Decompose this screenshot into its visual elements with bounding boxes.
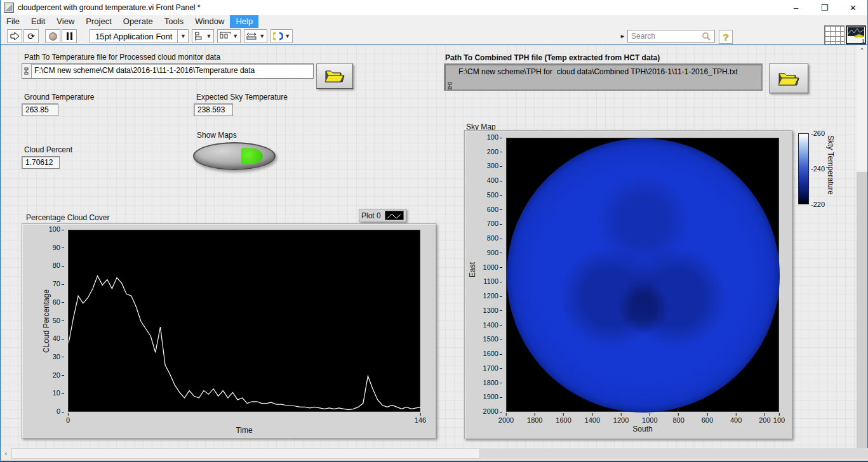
horizontal-scroll-thumb[interactable] — [11, 448, 480, 459]
resize-objects-icon — [246, 32, 258, 41]
scroll-left-icon[interactable]: ‹ — [1, 448, 11, 459]
cloud-x-tick: 146 — [415, 413, 426, 424]
sky-y-tick: 800 — [487, 234, 502, 242]
labview-window: cloudpercent with ground temperature.vi … — [0, 0, 868, 462]
sky-y-tick: 1200 — [483, 292, 502, 300]
cloud-percent-value[interactable]: 1.70612 — [22, 156, 60, 169]
app-icon — [4, 3, 14, 13]
font-selector-caret[interactable]: ▼ — [178, 29, 189, 43]
temp-path-browse-button[interactable] — [316, 63, 353, 89]
sky-temperature-colorbar — [798, 133, 809, 204]
show-maps-button[interactable] — [193, 142, 276, 170]
colorbar-tick: -260 — [811, 129, 825, 137]
run-button[interactable] — [7, 29, 22, 43]
align-objects-icon — [194, 32, 204, 41]
show-maps-on-icon — [241, 148, 263, 164]
cloud-chart[interactable]: 1009080706050403020100 0146 CLoud Percen… — [22, 223, 436, 439]
sky-y-tick: 1000 — [483, 263, 502, 271]
context-help-button[interactable]: ? — [719, 30, 733, 44]
close-button[interactable]: ✕ — [839, 0, 867, 15]
menu-edit[interactable]: Edit — [25, 15, 51, 28]
cloud-x-tick: 0 — [66, 413, 70, 424]
sky-x-tick: 400 — [730, 413, 742, 424]
pause-button[interactable] — [62, 29, 77, 43]
restore-button[interactable]: ❐ — [810, 0, 839, 15]
sky-x-tick: 1600 — [556, 413, 571, 424]
tph-path-browse-button[interactable] — [769, 63, 808, 93]
font-selector[interactable]: 15pt Application Font — [90, 29, 178, 43]
menu-project[interactable]: Project — [80, 15, 117, 28]
sky-x-tick: 1800 — [527, 413, 542, 424]
sky-map-plot[interactable] — [506, 138, 779, 412]
horizontal-scrollbar[interactable]: ‹ — [1, 448, 868, 459]
cloud-y-tick: 90 — [53, 244, 64, 251]
tph-path-control[interactable]: F:\CM new scheme\TPH for cloud data\Comb… — [444, 63, 763, 91]
align-objects-dropdown[interactable]: ▼ — [192, 29, 214, 43]
resize-objects-dropdown[interactable]: ▼ — [244, 29, 267, 43]
colorbar-tick: -220 — [811, 201, 825, 208]
sky-x-tick: 800 — [672, 413, 684, 424]
menu-window[interactable]: Window — [189, 15, 230, 28]
run-icon — [10, 32, 20, 41]
cloud-chart-plot[interactable] — [68, 230, 420, 412]
fp-badge: 1 — [862, 38, 865, 44]
sky-y-tick: 1300 — [483, 307, 502, 314]
title-bar: cloudpercent with ground temperature.vi … — [1, 0, 867, 15]
tph-path-value[interactable]: F:\CM new scheme\TPH for cloud data\Comb… — [455, 65, 761, 89]
menu-view[interactable]: View — [51, 15, 80, 28]
cloud-chart-ylabel: CLoud Percentage — [42, 283, 51, 359]
path-type-icon — [22, 64, 32, 78]
menu-help[interactable]: Help — [230, 15, 258, 28]
ground-temperature-value[interactable]: 263.85 — [22, 103, 58, 116]
minimize-button[interactable]: – — [782, 0, 810, 15]
scroll-up-icon[interactable]: ⌃ — [857, 45, 867, 56]
temp-path-value[interactable]: F:\CM new scheme\CM data\2016-1\11-1-201… — [32, 64, 313, 78]
distribute-objects-icon — [220, 32, 231, 41]
sky-temperature-disc — [507, 138, 780, 412]
toolbar-overflow-chevron[interactable]: ► — [620, 33, 625, 39]
search-input[interactable]: Search — [627, 30, 715, 43]
search-placeholder: Search — [631, 32, 702, 41]
vertical-scroll-thumb[interactable] — [857, 172, 867, 448]
search-icon — [702, 32, 711, 41]
menu-operate[interactable]: Operate — [117, 15, 159, 28]
run-continuous-button[interactable]: ⟳ — [23, 29, 39, 43]
distribute-objects-dropdown[interactable]: ▼ — [217, 29, 241, 43]
menu-tools[interactable]: Tools — [159, 15, 189, 28]
sky-y-tick: 1900 — [483, 393, 502, 400]
sky-y-tick: 1500 — [483, 335, 502, 343]
reorder-icon — [273, 32, 283, 41]
open-folder-icon-2 — [776, 70, 801, 88]
cloud-chart-legend[interactable]: Plot 0 — [359, 209, 406, 222]
cloud-y-tick: 20 — [53, 371, 64, 379]
cloud-y-tick: 80 — [53, 261, 64, 269]
sky-map-graph[interactable]: 1002003004005006007008009001000110012001… — [464, 130, 792, 439]
abort-icon — [49, 32, 57, 41]
legend-line-sample — [385, 211, 404, 220]
legend-plot-label: Plot 0 — [361, 211, 381, 220]
cloud-y-tick: 100 — [49, 225, 64, 233]
vertical-scrollbar[interactable]: ⌃ — [857, 45, 867, 448]
reorder-dropdown[interactable]: ▼ — [270, 29, 293, 43]
sky-x-tick: 200 — [759, 413, 770, 424]
waveform-thumb-icon — [848, 27, 864, 37]
sky-x-tick: 2000 — [498, 413, 514, 424]
sky-y-tick: 300 — [487, 162, 502, 169]
show-maps-label: Show Maps — [197, 131, 237, 140]
expected-sky-temperature-value[interactable]: 238.593 — [194, 103, 233, 116]
sky-x-tick: 100 — [773, 413, 785, 424]
sky-y-tick: 500 — [487, 191, 502, 199]
sky-y-tick: 1700 — [483, 364, 502, 372]
colorbar-label: Skty Temperature — [826, 135, 835, 195]
sky-y-tick: 100 — [487, 133, 502, 141]
ground-temperature-label: Ground Temperature — [24, 93, 95, 102]
temp-path-control[interactable]: F:\CM new scheme\CM data\2016-1\11-1-201… — [22, 63, 314, 79]
menu-file[interactable]: File — [1, 15, 25, 28]
cloud-y-tick: 10 — [53, 389, 64, 397]
open-folder-icon — [323, 68, 346, 84]
front-panel-icon[interactable]: 1 — [846, 25, 866, 44]
alignment-grid-icon[interactable] — [824, 25, 845, 44]
abort-button[interactable] — [45, 29, 60, 43]
sky-map-ylabel: East — [468, 244, 477, 295]
sky-y-tick: 900 — [487, 249, 502, 256]
